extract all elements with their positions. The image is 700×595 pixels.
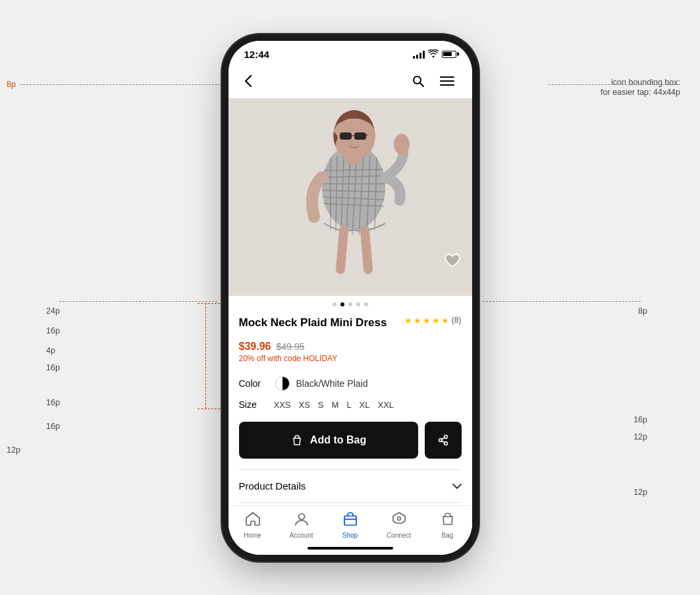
svg-point-30 [298, 513, 304, 519]
dot-2[interactable] [340, 302, 344, 306]
status-bar: 12:44 [229, 41, 472, 64]
annot-8p-right: 8p [638, 306, 647, 316]
tab-shop[interactable]: Shop [331, 511, 370, 539]
review-count[interactable]: (8) [452, 316, 462, 325]
annot-4p: 4p [46, 346, 55, 355]
content-scroll[interactable]: Mock Neck Plaid Mini Dress ★ ★ ★ ★ ★ (8)… [229, 310, 472, 505]
dot-3[interactable] [348, 302, 352, 306]
annot-16p-4: 16p [46, 422, 60, 431]
add-to-bag-label: Add to Bag [310, 434, 366, 446]
search-button[interactable] [404, 67, 433, 96]
tab-bag-label: Bag [442, 532, 454, 539]
size-xxl[interactable]: XXL [378, 399, 394, 411]
sale-price: $39.96 [239, 341, 271, 353]
dot-1[interactable] [333, 302, 337, 306]
shop-icon [342, 511, 358, 530]
add-to-bag-button[interactable]: Add to Bag [239, 422, 418, 459]
color-label: Color [239, 378, 269, 389]
image-dots [229, 296, 472, 310]
svg-rect-31 [344, 516, 356, 525]
back-button[interactable] [234, 67, 263, 96]
size-l[interactable]: L [346, 399, 351, 411]
page-container: icon bounding box: for easier tap: 44x44… [0, 0, 700, 595]
product-info: Mock Neck Plaid Mini Dress ★ ★ ★ ★ ★ (8)… [229, 310, 472, 505]
promo-text: 20% off with code HOLIDAY [239, 353, 462, 366]
dot-5[interactable] [364, 302, 368, 306]
svg-line-26 [365, 230, 368, 269]
annot-24p: 24p [46, 306, 60, 316]
size-row: Size XXS XS S M L XL XXL [239, 396, 462, 422]
tab-bar: Home Account [229, 505, 472, 542]
account-icon [294, 511, 310, 530]
color-name: Black/White Plaid [296, 378, 368, 389]
annot-12p-right: 12p [633, 432, 647, 441]
connect-icon [391, 511, 407, 530]
annot-16p-3: 16p [46, 398, 60, 407]
svg-point-17 [394, 134, 410, 155]
dash-8p-right-line [483, 301, 641, 302]
wishlist-button[interactable] [441, 248, 464, 272]
svg-point-29 [439, 438, 442, 441]
svg-line-25 [340, 230, 344, 269]
size-m[interactable]: M [332, 399, 339, 411]
dot-4[interactable] [356, 302, 360, 306]
star-3: ★ [423, 316, 431, 326]
home-bar [308, 547, 393, 550]
signal-icon [413, 49, 425, 59]
original-price: $49.95 [276, 341, 304, 352]
annotation-icon-tap: for easier tap: 44x44p [601, 88, 680, 97]
dash-line-top [20, 84, 221, 85]
annotation-icon-bb: icon bounding box: [611, 78, 680, 87]
share-button[interactable] [425, 422, 462, 459]
status-icons [413, 49, 456, 59]
menu-button[interactable] [433, 67, 462, 96]
tab-connect[interactable]: Connect [379, 511, 419, 539]
size-options: XXS XS S M L XL XXL [274, 399, 394, 411]
action-row: Add to Bag [239, 422, 462, 469]
bag-tab-icon [440, 511, 456, 530]
dash-orange-1 [198, 303, 230, 304]
wifi-icon [428, 49, 439, 59]
phone-shell: 12:44 [229, 41, 472, 555]
dash-orange-v1 [205, 303, 206, 409]
svg-point-28 [444, 441, 447, 445]
star-1: ★ [404, 316, 412, 326]
size-xxs[interactable]: XXS [274, 399, 291, 411]
price-row: $39.96 $49.95 [239, 330, 462, 353]
bag-icon [290, 434, 304, 447]
tab-bag[interactable]: Bag [428, 511, 468, 539]
color-row: Color Black/White Plaid [239, 366, 462, 396]
dash-orange-2 [198, 409, 230, 409]
product-image [229, 98, 472, 296]
tab-home-label: Home [244, 532, 261, 539]
home-icon [245, 511, 261, 530]
color-swatch[interactable] [275, 376, 290, 391]
annot-12p-right2: 12p [633, 488, 647, 497]
accordion-product-details-header[interactable]: Product Details [239, 480, 462, 492]
share-icon [436, 433, 450, 447]
size-xs[interactable]: XS [299, 399, 310, 411]
annot-12p-1: 12p [7, 445, 20, 455]
svg-point-32 [397, 517, 400, 520]
battery-icon [442, 51, 456, 58]
accordion-product-details[interactable]: Product Details [239, 469, 462, 502]
star-2: ★ [414, 316, 421, 326]
tab-account[interactable]: Account [282, 511, 321, 539]
product-name: Mock Neck Plaid Mini Dress [239, 316, 396, 330]
size-s[interactable]: S [318, 399, 324, 411]
annot-16p-right: 16p [633, 415, 647, 424]
tab-home[interactable]: Home [233, 511, 273, 539]
home-indicator [229, 542, 472, 555]
annot-16p-2: 16p [46, 363, 60, 372]
tab-connect-label: Connect [387, 532, 411, 539]
nav-bar [229, 64, 472, 98]
star-4: ★ [432, 316, 440, 326]
tab-account-label: Account [289, 532, 313, 539]
stars-container: ★ ★ ★ ★ ★ (8) [404, 316, 462, 326]
star-5: ★ [441, 316, 449, 326]
annot-16p-1: 16p [46, 326, 60, 335]
size-xl[interactable]: XL [360, 399, 370, 411]
dash-24p-line [59, 301, 217, 302]
tab-shop-label: Shop [342, 532, 358, 539]
svg-point-27 [444, 435, 447, 438]
